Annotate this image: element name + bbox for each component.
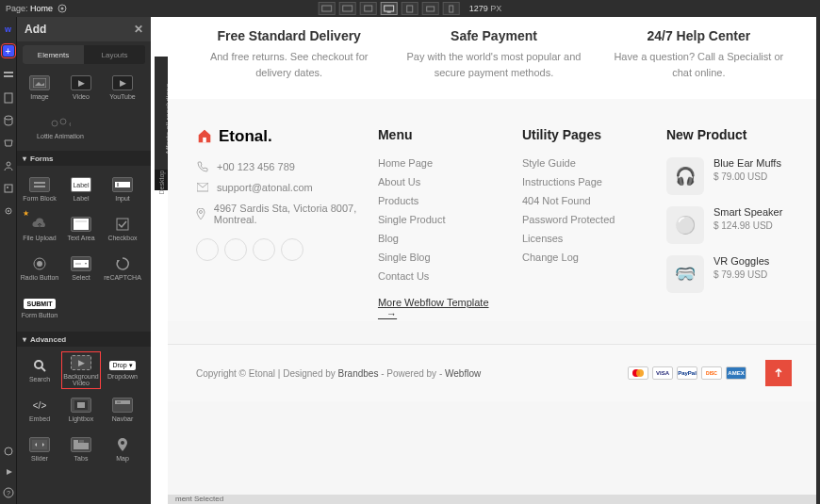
footer-link[interactable]: 404 Not Found: [522, 195, 648, 206]
product-item[interactable]: ⚪Smart Speaker$ 124.98 USD: [666, 206, 792, 244]
element-text-area[interactable]: Text Area: [60, 209, 102, 249]
device-xl-icon[interactable]: [319, 2, 336, 15]
element-lottie[interactable]: Lottie Animation: [19, 107, 102, 147]
device-lg-icon[interactable]: [339, 2, 356, 15]
label: Advanced: [30, 335, 66, 344]
device-md-icon[interactable]: [360, 2, 377, 15]
element-slider[interactable]: Slider: [19, 430, 60, 469]
footer-link[interactable]: Home Page: [378, 157, 503, 169]
email-icon: [196, 183, 209, 192]
device-mobile-l-icon[interactable]: [422, 2, 439, 15]
footer-link[interactable]: Single Blog: [378, 252, 503, 263]
svg-marker-24: [35, 82, 44, 86]
element-embed[interactable]: </>Embed: [19, 390, 60, 430]
menu-title: Menu: [378, 127, 503, 142]
section-advanced[interactable]: ▾Advanced: [17, 332, 151, 347]
tab-layouts[interactable]: Layouts: [84, 45, 145, 64]
pinterest-icon[interactable]: [281, 238, 303, 261]
footer-link[interactable]: Instructions Page: [522, 176, 648, 187]
more-templates-link[interactable]: More Webflow Template →: [378, 297, 503, 319]
tab-elements[interactable]: Elements: [23, 45, 84, 64]
page-name[interactable]: Home: [30, 4, 53, 13]
svg-point-59: [636, 369, 644, 377]
brandbes-link[interactable]: Brandbes: [338, 368, 379, 379]
device-mobile-icon[interactable]: [443, 2, 460, 15]
amex-icon: AMEX: [726, 366, 746, 380]
element-video[interactable]: ▶Video: [60, 68, 102, 107]
svg-rect-51: [74, 440, 78, 443]
pages-icon[interactable]: [3, 90, 14, 102]
right-rail: [816, 17, 820, 504]
label: Slider: [31, 455, 48, 462]
element-checkbox[interactable]: Checkbox: [102, 209, 143, 249]
footer-link[interactable]: Licenses: [522, 233, 648, 244]
element-image[interactable]: Image: [19, 68, 60, 107]
element-dropdown[interactable]: Drop ▾Dropdown: [102, 350, 143, 390]
phone-text[interactable]: +00 123 456 789: [217, 161, 295, 172]
element-file-upload[interactable]: ★File Upload: [19, 209, 60, 249]
element-map[interactable]: Map: [102, 430, 143, 469]
footer-link[interactable]: Style Guide: [522, 157, 648, 169]
px-unit: PX: [490, 4, 501, 13]
feature-title: Safe Payment: [402, 28, 586, 43]
preview-icon[interactable]: [57, 4, 67, 14]
feature-desc: Have a question? Call a Specialist or ch…: [607, 49, 792, 80]
ecommerce-icon[interactable]: [3, 136, 14, 147]
element-form-button[interactable]: SUBMITForm Button: [19, 288, 60, 328]
cms-icon[interactable]: [3, 113, 14, 124]
star-icon: ★: [23, 209, 29, 218]
element-select[interactable]: Select: [60, 249, 102, 288]
email-text[interactable]: support@atonal.com: [217, 182, 313, 193]
svg-rect-4: [365, 6, 372, 11]
footer-link[interactable]: Blog: [378, 233, 503, 244]
element-input[interactable]: Input: [102, 170, 143, 209]
webflow-logo-icon[interactable]: w: [5, 24, 11, 34]
canvas-width[interactable]: 1279: [469, 4, 488, 13]
instagram-icon[interactable]: [224, 238, 247, 261]
element-form-block[interactable]: Form Block: [19, 170, 60, 209]
device-tablet-icon[interactable]: [402, 2, 418, 15]
twitter-icon[interactable]: [253, 238, 275, 261]
footer-link[interactable]: About Us: [378, 176, 503, 187]
brand-logo[interactable]: Etonal.: [196, 127, 359, 146]
video-tutorial-icon[interactable]: [3, 464, 14, 476]
element-recaptcha[interactable]: reCAPTCHA: [102, 249, 143, 288]
device-desktop-icon[interactable]: [381, 2, 398, 15]
label: Navbar: [112, 415, 134, 422]
navigator-icon[interactable]: [3, 68, 14, 79]
newprod-title: New Product: [666, 127, 792, 142]
help-icon[interactable]: ?: [3, 485, 14, 496]
assets-icon[interactable]: [3, 181, 14, 192]
label: Input: [115, 195, 130, 202]
product-item[interactable]: 🎧Blue Ear Muffs$ 79.00 USD: [666, 157, 792, 195]
audit-icon[interactable]: [3, 444, 14, 455]
scroll-top-button[interactable]: [765, 360, 792, 386]
users-icon[interactable]: [3, 158, 14, 170]
feature-desc: And free returns. See checkout for deliv…: [197, 49, 382, 80]
settings-icon[interactable]: [3, 203, 14, 215]
element-navbar[interactable]: Navbar: [102, 390, 143, 430]
section-forms[interactable]: ▾Forms: [17, 151, 151, 166]
brand-name: Etonal.: [219, 127, 272, 146]
element-tabs[interactable]: Tabs: [60, 430, 102, 469]
label: Text Area: [67, 235, 94, 241]
product-item[interactable]: 🥽VR Goggles$ 79.99 USD: [666, 255, 792, 293]
element-background-video[interactable]: ▶Background Video: [60, 350, 102, 390]
footer-link[interactable]: Single Product: [378, 214, 503, 225]
facebook-icon[interactable]: [196, 238, 219, 261]
footer-link[interactable]: Change Log: [522, 252, 648, 263]
element-search[interactable]: Search: [19, 350, 60, 390]
label: Dropdown: [107, 373, 138, 380]
svg-rect-50: [74, 443, 89, 449]
footer-link[interactable]: Password Protected: [522, 214, 648, 225]
webflow-link[interactable]: Webflow: [445, 368, 481, 379]
element-lightbox[interactable]: Lightbox: [60, 390, 102, 430]
element-youtube[interactable]: ▶YouTube: [102, 68, 143, 107]
element-radio-button[interactable]: Radio Button: [19, 249, 60, 288]
footer-link[interactable]: Contact Us: [378, 270, 503, 282]
add-elements-button[interactable]: +: [3, 45, 14, 57]
footer-link[interactable]: Products: [378, 195, 503, 206]
element-label[interactable]: LabelLabel: [60, 170, 102, 209]
panel-title: Add: [25, 23, 46, 36]
close-panel-button[interactable]: ✕: [134, 23, 143, 36]
